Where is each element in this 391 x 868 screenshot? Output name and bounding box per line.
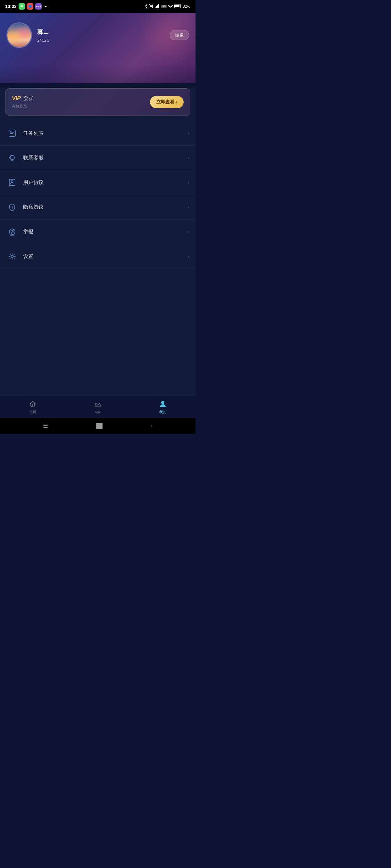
svg-rect-3 xyxy=(155,7,156,8)
nav-item-mine[interactable]: 我的 xyxy=(131,399,196,414)
vip-arrow-icon: › xyxy=(176,99,177,105)
vip-card[interactable]: VIP 会员 有效期至 立即查看 › xyxy=(5,88,190,116)
tasks-arrow: › xyxy=(188,131,189,136)
vip-expiry: 有效期至 xyxy=(12,104,34,109)
menu-section: 任务列表 › 联系客服 › xyxy=(0,121,196,269)
report-label: 举报 xyxy=(23,228,188,235)
avatar-image xyxy=(7,23,31,47)
support-arrow: › xyxy=(188,155,189,160)
menu-button[interactable]: ☰ xyxy=(43,423,48,430)
report-arrow: › xyxy=(188,229,189,234)
tasks-icon xyxy=(6,127,18,139)
profile-info: 暮ㅡ 2412C xyxy=(37,28,49,42)
profile-section: 暮ㅡ 2412C 编辑 xyxy=(0,13,196,54)
no-signal-icon xyxy=(149,4,153,9)
avatar[interactable] xyxy=(6,22,32,48)
header-area: 暮ㅡ 2412C 编辑 xyxy=(0,13,196,83)
settings-label: 设置 xyxy=(23,253,188,260)
baidu-app-icon xyxy=(27,3,33,9)
privacy-label: 隐私协议 xyxy=(23,204,188,211)
back-button[interactable]: ‹ xyxy=(150,423,152,430)
status-right: HD 82% xyxy=(144,3,190,9)
settings-arrow: › xyxy=(188,254,189,259)
settings-icon xyxy=(6,251,18,262)
menu-item-report[interactable]: 举报 › xyxy=(0,220,196,244)
main-content: VIP 会员 有效期至 立即查看 › 任务列表 › xyxy=(0,88,196,434)
menu-item-privacy[interactable]: 隐私协议 › xyxy=(0,195,196,220)
status-bar: 10:03 Soul ··· HD 82% xyxy=(0,0,196,13)
vip-nav-icon xyxy=(93,400,102,409)
soul-app-icon: Soul xyxy=(35,3,42,9)
svg-rect-4 xyxy=(156,6,157,8)
hd-badge: HD xyxy=(161,5,167,8)
battery-icon xyxy=(174,4,181,9)
svg-rect-5 xyxy=(157,5,158,8)
svg-rect-6 xyxy=(158,4,159,8)
privacy-icon xyxy=(6,201,18,213)
home-button[interactable]: ⬜ xyxy=(96,423,103,430)
svg-point-16 xyxy=(11,255,13,258)
wifi-icon xyxy=(168,4,173,9)
status-left: 10:03 Soul ··· xyxy=(5,3,48,9)
nav-item-vip[interactable]: VIP xyxy=(65,400,130,414)
vip-nav-label: VIP xyxy=(95,410,101,414)
svg-rect-8 xyxy=(175,5,179,7)
menu-item-tasks[interactable]: 任务列表 › xyxy=(0,121,196,146)
svg-point-1 xyxy=(29,5,32,8)
mine-nav-icon xyxy=(158,399,167,408)
system-nav: ☰ ⬜ ‹ xyxy=(0,418,196,434)
menu-item-settings[interactable]: 设置 › xyxy=(0,244,196,269)
user-id: 2412C xyxy=(37,38,49,42)
signal-icon xyxy=(155,4,160,9)
edit-profile-button[interactable]: 编辑 xyxy=(170,30,189,40)
status-dots: ··· xyxy=(44,4,48,9)
agreement-label: 用户协议 xyxy=(23,179,188,186)
support-icon xyxy=(6,152,18,163)
bottom-nav: 首页 VIP 我的 xyxy=(0,396,196,418)
bluetooth-icon xyxy=(144,3,148,9)
home-nav-label: 首页 xyxy=(29,410,36,414)
menu-item-support[interactable]: 联系客服 › xyxy=(0,146,196,170)
vip-button-label: 立即查看 xyxy=(157,99,174,105)
svg-rect-9 xyxy=(9,130,16,136)
privacy-arrow: › xyxy=(188,205,189,210)
svg-point-17 xyxy=(161,401,164,404)
vip-left: VIP 会员 有效期至 xyxy=(12,95,34,109)
tasks-label: 任务列表 xyxy=(23,130,188,137)
agreement-icon xyxy=(6,177,18,188)
messages-app-icon xyxy=(19,3,25,9)
username: 暮ㅡ xyxy=(37,28,49,36)
status-time: 10:03 xyxy=(5,4,17,9)
agreement-arrow: › xyxy=(188,180,189,185)
svg-point-12 xyxy=(11,181,13,182)
report-icon xyxy=(6,226,18,238)
menu-item-agreement[interactable]: 用户协议 › xyxy=(0,170,196,195)
vip-badge: VIP xyxy=(12,95,21,102)
vip-member-label: 会员 xyxy=(23,95,34,102)
vip-title-row: VIP 会员 xyxy=(12,95,34,102)
vip-view-button[interactable]: 立即查看 › xyxy=(150,96,184,108)
home-nav-icon xyxy=(28,399,37,408)
battery-percent: 82% xyxy=(183,4,190,9)
support-label: 联系客服 xyxy=(23,155,188,161)
mine-nav-label: 我的 xyxy=(159,410,166,414)
svg-point-13 xyxy=(12,208,12,209)
nav-item-home[interactable]: 首页 xyxy=(0,399,65,414)
svg-point-10 xyxy=(10,155,15,160)
